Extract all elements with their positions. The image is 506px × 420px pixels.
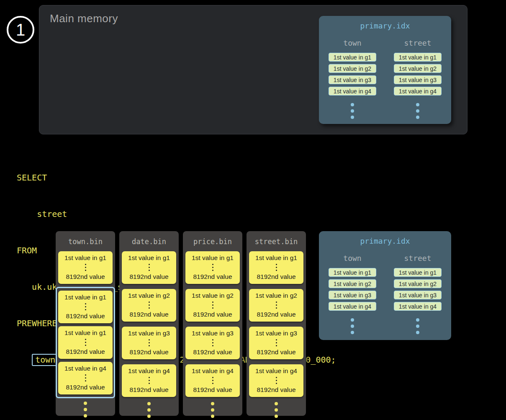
- granule-last-value: 8192nd value: [66, 384, 105, 391]
- index-entry: 1st value in g4: [329, 87, 376, 95]
- index-entry: 1st value in g3: [329, 75, 376, 84]
- ellipsis-dots-icon: [276, 301, 277, 309]
- granule-last-value: 8192nd value: [66, 312, 105, 320]
- granule-block: 1st value in g2 8192nd value: [122, 289, 176, 322]
- granule-last-value: 8192nd value: [193, 311, 232, 318]
- ellipsis-dots-icon: [149, 264, 150, 271]
- granule-last-value: 8192nd value: [257, 386, 295, 394]
- more-entries-dots-icon: [329, 103, 376, 119]
- granule-last-value: 8192nd value: [129, 273, 168, 281]
- index-entry: 1st value in g4: [394, 302, 442, 311]
- index-column-header-street: street: [394, 254, 442, 263]
- granule-block: 1st value in g1 8192nd value: [185, 251, 240, 284]
- index-entry: 1st value in g3: [394, 291, 442, 299]
- more-granules-dots-icon: [58, 402, 113, 417]
- index-entry: 1st value in g1: [329, 268, 376, 277]
- granule-block: 1st value in g4 8192nd value: [249, 364, 303, 397]
- granule-first-value: 1st value in g3: [128, 330, 170, 337]
- ellipsis-dots-icon: [276, 377, 277, 384]
- primary-index-columns: town 1st value in g1 1st value in g2 1st…: [319, 39, 451, 119]
- index-entry: 1st value in g4: [329, 302, 376, 311]
- more-granules-dots-icon: [185, 402, 240, 418]
- granule-first-value: 1st value in g4: [255, 367, 297, 375]
- bin-file-street: street.bin 1st value in g1 8192nd value …: [247, 231, 306, 416]
- granule-block: 1st value in g1 8192nd value: [58, 291, 113, 323]
- primary-index-panel-memory: primary.idx town 1st value in g1 1st val…: [319, 16, 451, 124]
- primary-index-columns: town 1st value in g1 1st value in g2 1st…: [319, 254, 451, 334]
- granule-block: 1st value in g1 8192nd value: [58, 326, 113, 359]
- index-entry: 1st value in g3: [329, 291, 376, 299]
- granule-first-value: 1st value in g3: [192, 330, 234, 337]
- ellipsis-dots-icon: [212, 377, 213, 384]
- granule-block: 1st value in g3 8192nd value: [185, 327, 240, 359]
- granule-last-value: 8192nd value: [129, 311, 168, 318]
- granule-first-value: 1st value in g2: [192, 292, 234, 299]
- more-entries-dots-icon: [329, 318, 376, 334]
- granule-last-value: 8192nd value: [193, 273, 232, 281]
- granule-first-value: 1st value in g1: [64, 329, 106, 337]
- granule-last-value: 8192nd value: [129, 386, 168, 394]
- granule-block: 1st value in g4 8192nd value: [122, 364, 176, 397]
- granule-block: 1st value in g2 8192nd value: [185, 289, 240, 322]
- column-files-row: town.bin 1st value in g1 8192nd value 1s…: [56, 231, 306, 416]
- granule-first-value: 1st value in g1: [128, 254, 170, 262]
- index-column-town: town 1st value in g1 1st value in g2 1st…: [329, 254, 376, 334]
- granule-first-value: 1st value in g4: [128, 367, 170, 375]
- index-column-header-town: town: [329, 254, 376, 263]
- granule-block: 1st value in g4 8192nd value: [185, 364, 240, 397]
- granule-first-value: 1st value in g1: [192, 254, 234, 262]
- more-entries-dots-icon: [394, 103, 442, 119]
- index-column-street: street 1st value in g1 1st value in g2 1…: [394, 254, 442, 334]
- bin-file-title: street.bin: [249, 231, 303, 251]
- more-granules-dots-icon: [249, 402, 303, 418]
- granule-last-value: 8192nd value: [257, 348, 295, 356]
- ellipsis-dots-icon: [149, 339, 150, 346]
- granule-last-value: 8192nd value: [257, 311, 295, 318]
- index-column-street: street 1st value in g1 1st value in g2 1…: [394, 39, 442, 119]
- more-granules-dots-icon: [122, 402, 176, 418]
- index-column-header-street: street: [394, 39, 442, 47]
- granule-last-value: 8192nd value: [66, 348, 105, 356]
- index-entry: 1st value in g3: [394, 75, 442, 84]
- selected-granules-highlight: 1st value in g1 8192nd value 1st value i…: [56, 287, 115, 398]
- granule-last-value: 8192nd value: [129, 348, 168, 356]
- ellipsis-dots-icon: [85, 303, 86, 310]
- index-entry: 1st value in g1: [394, 53, 442, 62]
- granule-first-value: 1st value in g2: [255, 292, 297, 299]
- ellipsis-dots-icon: [276, 264, 277, 271]
- primary-index-title: primary.idx: [319, 16, 451, 30]
- sql-line-select: SELECT: [17, 172, 336, 184]
- granule-last-value: 8192nd value: [193, 348, 232, 356]
- main-memory-title: Main memory: [50, 12, 118, 25]
- granule-first-value: 1st value in g2: [128, 292, 170, 299]
- ellipsis-dots-icon: [276, 339, 277, 346]
- bin-file-title: town.bin: [58, 231, 113, 251]
- granule-last-value: 8192nd value: [193, 386, 232, 394]
- step-number: 1: [16, 21, 25, 39]
- sql-line-street: street: [17, 208, 336, 220]
- bin-file-title: price.bin: [185, 231, 240, 251]
- index-entry: 1st value in g1: [329, 53, 376, 62]
- granule-last-value: 8192nd value: [66, 273, 105, 281]
- index-entry: 1st value in g1: [394, 268, 442, 277]
- granule-first-value: 1st value in g1: [64, 294, 106, 301]
- ellipsis-dots-icon: [212, 264, 213, 271]
- granule-block: 1st value in g1 8192nd value: [122, 251, 176, 284]
- sql-indent: [17, 355, 32, 365]
- primary-index-title: primary.idx: [319, 231, 451, 245]
- ellipsis-dots-icon: [149, 301, 150, 309]
- index-entry: 1st value in g2: [394, 64, 442, 73]
- bin-file-title: date.bin: [122, 231, 176, 251]
- ellipsis-dots-icon: [212, 301, 213, 309]
- granule-block: 1st value in g4 8192nd value: [58, 362, 113, 394]
- step-1-badge: 1: [7, 16, 34, 44]
- ellipsis-dots-icon: [212, 339, 213, 346]
- bin-file-price: price.bin 1st value in g1 8192nd value 1…: [183, 231, 242, 416]
- ellipsis-dots-icon: [85, 339, 86, 346]
- granule-first-value: 1st value in g1: [255, 254, 297, 262]
- index-entry: 1st value in g2: [394, 279, 442, 288]
- granule-last-value: 8192nd value: [257, 273, 295, 281]
- granule-block: 1st value in g2 8192nd value: [249, 289, 303, 322]
- ellipsis-dots-icon: [149, 377, 150, 384]
- granule-first-value: 1st value in g3: [255, 330, 297, 337]
